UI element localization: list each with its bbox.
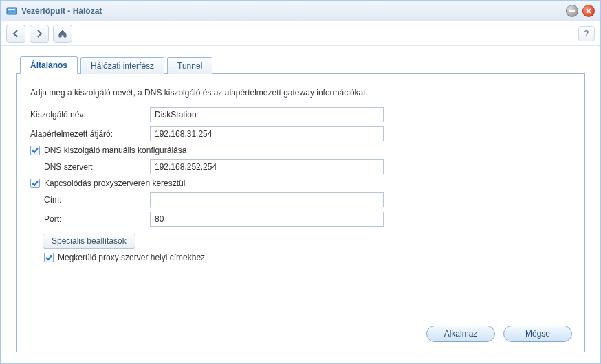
- advanced-settings-button[interactable]: Speciális beállítások: [43, 234, 135, 249]
- row-server-name: Kiszolgáló név:: [29, 107, 572, 122]
- footer-buttons: Alkalmaz Mégse: [29, 315, 572, 342]
- help-button[interactable]: ?: [578, 26, 595, 41]
- proxy-port-label: Port:: [29, 214, 150, 224]
- apply-button[interactable]: Alkalmaz: [426, 326, 495, 342]
- window-title: Vezérlőpult - Hálózat: [21, 6, 102, 16]
- forward-button[interactable]: [30, 25, 49, 43]
- tab-tunnel[interactable]: Tunnel: [167, 57, 212, 74]
- window-root: Vezérlőpult - Hálózat ? Általános Hálóza…: [0, 0, 601, 364]
- row-bypass-proxy: Megkerülő proxy szerver helyi címekhez: [29, 253, 572, 262]
- cancel-button[interactable]: Mégse: [503, 326, 572, 342]
- svg-rect-0: [7, 8, 17, 14]
- tab-bar: Általános Hálózati interfész Tunnel: [16, 56, 585, 74]
- content-area: Általános Hálózati interfész Tunnel Adja…: [1, 46, 600, 363]
- minimize-button[interactable]: [566, 5, 578, 17]
- proxy-port-input[interactable]: [150, 212, 384, 227]
- row-manual-dns: DNS kiszolgáló manuális konfigurálása: [29, 146, 572, 155]
- bypass-proxy-checkbox[interactable]: [44, 253, 54, 262]
- proxy-label: Kapcsolódás proxyszerveren keresztül: [44, 179, 185, 188]
- row-proxy-addr: Cím:: [29, 192, 572, 207]
- tab-network-interface[interactable]: Hálózati interfész: [80, 57, 164, 74]
- svg-rect-1: [8, 9, 15, 10]
- row-proxy-port: Port:: [29, 212, 572, 227]
- gateway-label: Alapértelmezett átjáró:: [29, 129, 150, 139]
- toolbar: ?: [1, 21, 600, 46]
- manual-dns-checkbox[interactable]: [30, 146, 40, 155]
- close-button[interactable]: [582, 5, 595, 17]
- row-proxy: Kapcsolódás proxyszerveren keresztül: [29, 179, 572, 188]
- proxy-addr-input[interactable]: [150, 192, 384, 207]
- dns-server-input[interactable]: [150, 159, 384, 174]
- row-gateway: Alapértelmezett átjáró:: [29, 126, 572, 141]
- titlebar: Vezérlőpult - Hálózat: [1, 1, 600, 21]
- app-icon: [6, 5, 17, 16]
- tab-general[interactable]: Általános: [20, 56, 78, 74]
- bypass-proxy-label: Megkerülő proxy szerver helyi címekhez: [58, 253, 205, 262]
- proxy-checkbox[interactable]: [30, 179, 40, 188]
- panel-general: Adja meg a kiszolgáló nevét, a DNS kiszo…: [16, 74, 585, 352]
- gateway-input[interactable]: [150, 126, 384, 141]
- home-button[interactable]: [53, 25, 72, 43]
- svg-rect-2: [569, 10, 575, 12]
- row-dns-server: DNS szerver:: [29, 159, 572, 174]
- manual-dns-label: DNS kiszolgáló manuális konfigurálása: [44, 146, 186, 155]
- server-name-label: Kiszolgáló név:: [29, 110, 150, 120]
- dns-server-label: DNS szerver:: [29, 162, 150, 172]
- proxy-addr-label: Cím:: [29, 195, 150, 205]
- panel-description: Adja meg a kiszolgáló nevét, a DNS kiszo…: [30, 88, 572, 98]
- back-button[interactable]: [6, 25, 25, 43]
- server-name-input[interactable]: [150, 107, 384, 122]
